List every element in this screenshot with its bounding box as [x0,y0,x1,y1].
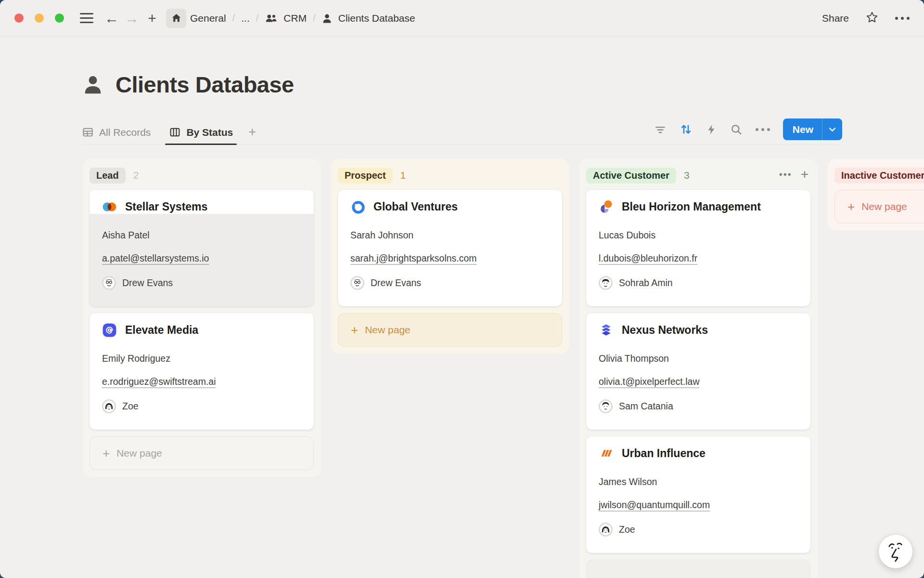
column-prospect-count: 1 [400,170,406,181]
board-view-icon [169,126,181,138]
new-page-button-prospect[interactable]: + New page [338,313,562,347]
add-view-button[interactable]: + [248,125,256,140]
plus-icon: + [103,447,110,460]
contact-email-link[interactable]: e.rodriguez@swiftstream.ai [102,376,216,387]
app-window: ← → + General / ... / CRM / [0,0,924,578]
zoom-window-button[interactable] [55,13,64,23]
owner-row: Zoe [102,399,301,413]
contact-name: James Wilson [599,476,798,487]
home-icon [171,13,182,24]
contact-email-link[interactable]: sarah.j@brightsparksolns.com [350,253,477,264]
company-name: Elevate Media [125,324,198,337]
avatar-sam-catania [599,399,613,413]
owner-name: Sohrab Amin [619,277,673,289]
breadcrumb-item-crm[interactable]: CRM [283,13,307,24]
column-prospect-header: Prospect 1 [338,165,562,186]
page-title: Clients Database [116,71,294,98]
elevate-media-logo-icon [102,323,117,338]
column-menu-icon[interactable]: ••• [779,169,792,180]
card-global-ventures[interactable]: Global Ventures Sarah Johnson sarah.j@br… [338,190,562,306]
person-icon [322,13,332,24]
urban-influence-logo-icon [599,446,614,461]
card-urban-influence[interactable]: Urban Influence James Wilson jwilson@qua… [586,436,810,553]
company-name: Global Ventures [373,200,458,213]
sidebar-menu-icon[interactable] [77,13,97,23]
filter-icon[interactable] [654,123,667,136]
forward-button[interactable]: → [122,8,142,28]
breadcrumb-ellipsis[interactable]: ... [241,13,250,24]
owner-name: Zoe [122,401,139,412]
automation-lightning-icon[interactable] [706,123,717,136]
contact-email-link[interactable]: olivia.t@pixelperfect.law [599,376,699,387]
column-add-card-icon[interactable]: + [801,168,808,181]
avatar-zoe [102,399,116,413]
view-controls: New [654,118,842,140]
owner-row: Drew Evans [102,276,301,290]
status-pill-lead[interactable]: Lead [90,168,126,184]
contact-email-link[interactable]: jwilson@quantumquill.com [599,499,710,511]
close-window-button[interactable] [14,13,24,23]
column-lead: Lead 2 Stellar Systems Aisha Patel a.pat… [83,159,321,477]
minimize-window-button[interactable] [35,13,44,23]
traffic-lights [14,13,64,23]
favorite-star-icon[interactable] [865,11,879,26]
new-page-button-lead[interactable]: + New page [90,436,314,470]
page-header: Clients Database [82,71,294,98]
contact-name: Sarah Johnson [350,230,550,241]
more-options-icon[interactable] [895,17,910,20]
owner-row: Sam Catania [599,399,798,413]
company-name: Nexus Networks [622,324,708,337]
page-person-icon [82,74,104,96]
search-icon[interactable] [730,123,743,136]
contact-name: Lucas Dubois [599,230,798,241]
column-prospect: Prospect 1 Global Ventures Sarah Johnson… [331,159,569,354]
contact-email-link[interactable]: l.dubois@bleuhorizon.fr [599,253,697,264]
column-lead-header: Lead 2 [90,165,314,186]
column-active-header: Active Customer 3 ••• + [586,165,810,186]
breadcrumb-item-general[interactable]: General [190,13,226,24]
home-button[interactable] [166,9,186,28]
breadcrumb-item-clients-database[interactable]: Clients Database [338,13,415,24]
column-inactive-header: Inactive Customer [834,165,924,186]
view-more-options-icon[interactable] [756,128,770,131]
sort-icon[interactable] [680,123,693,136]
new-page-button-inactive[interactable]: + New page [834,190,924,223]
status-pill-prospect[interactable]: Prospect [338,168,393,184]
status-pill-active-customer[interactable]: Active Customer [586,168,676,184]
notion-ai-button[interactable] [879,535,912,568]
avatar-zoe [599,523,613,537]
column-lead-count: 2 [133,170,139,181]
avatar-drew-evans [350,276,364,290]
plus-icon: + [847,200,855,213]
card-bleu-horizon-management[interactable]: Bleu Horizon Management Lucas Dubois l.d… [586,190,810,306]
avatar-drew-evans [102,276,116,290]
new-tab-button[interactable]: + [142,8,162,28]
contact-email-link[interactable]: a.patel@stellarsystems.io [102,253,209,264]
plus-icon: + [351,324,358,336]
owner-name: Drew Evans [371,277,421,289]
breadcrumb: General / ... / CRM / Clients Database [190,13,415,24]
tab-by-status[interactable]: By Status [169,120,233,144]
company-name: Stellar Systems [125,200,207,213]
company-name: Bleu Horizon Management [622,200,761,213]
owner-row: Drew Evans [350,276,550,290]
avatar-sohrab-amin [599,276,613,290]
new-page-button-active-partial[interactable] [586,560,810,578]
stellar-systems-logo-icon [102,199,117,214]
owner-name: Sam Catania [619,401,673,412]
table-view-icon [82,126,94,138]
ai-face-icon [886,540,906,563]
new-record-button[interactable]: New [783,118,842,140]
status-pill-inactive-customer[interactable]: Inactive Customer [834,168,924,184]
card-elevate-media[interactable]: Elevate Media Emily Rodriguez e.rodrigue… [90,313,314,430]
owner-row: Sohrab Amin [599,276,798,290]
global-ventures-logo-icon [350,199,365,214]
card-stellar-systems[interactable]: Stellar Systems Aisha Patel a.patel@stel… [90,190,314,306]
card-nexus-networks[interactable]: Nexus Networks Olivia Thompson olivia.t@… [586,313,810,430]
tab-all-records[interactable]: All Records [82,120,151,144]
new-record-dropdown[interactable] [822,118,842,140]
back-button[interactable]: ← [102,8,122,28]
share-button[interactable]: Share [822,13,849,24]
contact-name: Aisha Patel [102,230,301,241]
owner-row: Zoe [599,523,798,537]
